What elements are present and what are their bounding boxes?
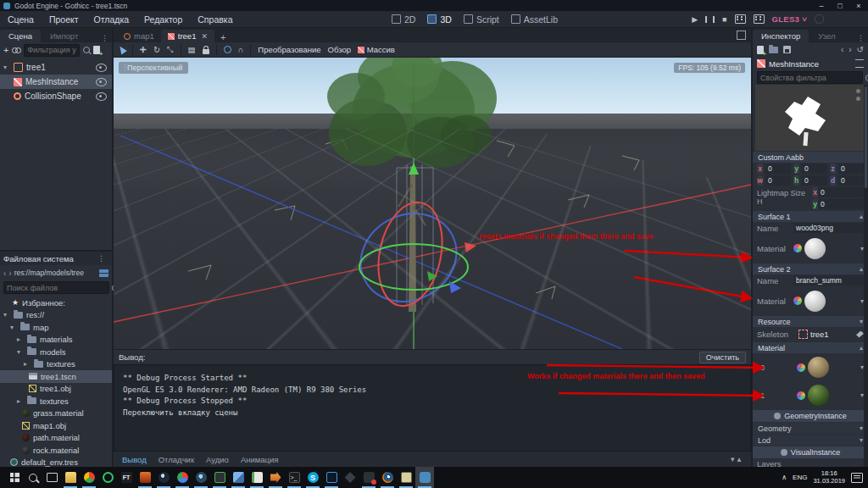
nav-forward-icon[interactable]: › [8,269,11,278]
clear-skeleton-icon[interactable] [856,331,864,338]
menu-project[interactable]: Проект [42,14,86,25]
save-resource-icon[interactable] [783,46,791,53]
fs-grass-material[interactable]: grass.material [0,408,112,420]
taskbar-chrome[interactable] [80,467,98,488]
new-scene-tab-button[interactable]: + [214,32,231,42]
transform-menu[interactable]: Преобразование [258,45,320,54]
section-material[interactable]: Material [758,344,785,352]
taskbar-blender[interactable] [378,467,397,488]
scene-tab-tree1[interactable]: tree1 ✕ [161,30,214,42]
close-button[interactable]: × [849,2,868,10]
taskbar-utility[interactable] [341,467,359,488]
fs-res-root[interactable]: ▾res:// [0,309,112,322]
fs-path-material[interactable]: path.material [0,432,112,445]
play-scene-button[interactable] [735,14,746,24]
scene-node-meshinstance[interactable]: MeshInstance [0,75,112,89]
file-search-input[interactable] [3,281,109,294]
new-resource-icon[interactable] [757,46,764,54]
close-tab-icon[interactable]: ✕ [201,32,208,41]
tab-audio[interactable]: Аудио [206,455,229,464]
visibility-toggle-icon[interactable] [96,78,107,86]
add-node-button[interactable]: + [3,46,8,54]
node-filter-input[interactable] [24,44,80,57]
taskbar-steam-chat[interactable] [192,467,210,488]
visibility-toggle-icon[interactable] [96,92,107,101]
minimize-button[interactable]: – [812,2,831,10]
taskbar-game[interactable] [136,467,154,488]
filesystem-menu-icon[interactable]: ⋮ [94,254,108,263]
renderer-dropdown[interactable]: GLES3 ˅ [772,14,807,24]
distraction-free-icon[interactable] [737,30,746,40]
tab-node[interactable]: Узел [810,30,843,42]
taskbar-photoshop[interactable] [322,467,341,488]
pause-button[interactable] [705,16,715,23]
section-custom-aabb[interactable]: Custom Aabb [758,153,804,162]
mode-assetlib[interactable]: AssetLib [511,14,558,25]
attach-script-button[interactable] [93,46,100,54]
property-filter-input[interactable] [757,71,863,84]
tab-animation[interactable]: Анимация [241,455,279,464]
section-surface1[interactable]: Surface 1 [758,213,791,221]
fs-models[interactable]: ▾models [0,346,112,358]
preview-light-icon[interactable] [856,89,860,93]
fs-map1-obj[interactable]: map1.obj [0,419,112,432]
split-view-icon[interactable] [99,269,108,277]
array-menu[interactable]: Массив [358,45,395,54]
taskbar-terminal[interactable]: >_ [285,467,303,488]
list-select-icon[interactable]: ▤ [188,45,196,54]
surface2-material-sphere[interactable] [804,291,826,312]
tray-expand-icon[interactable]: ∧ [782,474,787,481]
scene-panel-menu-icon[interactable]: ⋮ [97,34,112,42]
aabb-h-value[interactable]: 0 [802,175,827,186]
instance-scene-button[interactable] [12,47,20,53]
fs-rock-material[interactable]: rock.material [0,444,112,457]
snap-icon[interactable]: ∩ [238,45,244,54]
material-slot1-sphere[interactable] [808,385,829,406]
mode-script[interactable]: Script [464,14,499,25]
maximize-button[interactable]: □ [831,2,849,10]
rotate-tool-icon[interactable]: ↻ [153,45,160,54]
taskbar-search[interactable] [24,467,42,488]
move-tool-icon[interactable]: ✛ [140,45,147,54]
select-tool-icon[interactable] [117,45,127,55]
preview-wireframe-icon[interactable] [856,97,860,101]
section-geometry[interactable]: Geometry [758,424,792,433]
taskbar-steam[interactable] [154,467,173,488]
start-button[interactable] [5,467,24,488]
mode-3d[interactable]: 3D [427,14,451,25]
inspector-scrollbar[interactable] [864,85,868,467]
scene-node-tree1[interactable]: ▾ tree1 [0,60,112,75]
section-surface2[interactable]: Surface 2 [758,265,791,274]
menu-editor[interactable]: Редактор [136,14,190,25]
tab-output[interactable]: Вывод [122,455,147,464]
surface2-name-value[interactable]: branch_summ [793,275,864,286]
surface1-name-value[interactable]: wood03png [793,223,864,233]
material-slot0-sphere[interactable] [808,357,829,378]
surface1-material-sphere[interactable] [804,238,826,259]
taskbar-notes[interactable] [397,467,415,488]
scene-tab-map1[interactable]: map1 [117,30,161,42]
aabb-w-value[interactable]: 0 [765,175,791,186]
tab-import[interactable]: Импорт [42,30,86,42]
history-forward-icon[interactable]: › [849,45,851,54]
aabb-x-value[interactable]: 0 [765,164,791,174]
menu-scene[interactable]: Сцена [0,14,42,25]
taskbar-notepad[interactable] [248,467,266,488]
fs-textures[interactable]: ▸textures [0,395,112,408]
fs-tree1-tscn[interactable]: tree1.tscn [0,370,112,383]
taskbar-browser-profile[interactable] [173,467,192,488]
section-lod[interactable]: Lod [758,436,771,445]
skeleton-value[interactable]: tree1 [810,330,829,339]
section-resource[interactable]: Resource [758,318,791,326]
menu-help[interactable]: Справка [190,14,240,25]
aabb-z-value[interactable]: 0 [838,164,864,174]
fs-materials[interactable]: ▸materials [0,334,112,347]
fs-models-textures[interactable]: ▸textures [0,358,112,371]
viewport-3d[interactable]: Перспективный FPS: 105 (9.52 ms) [114,58,751,349]
lock-icon[interactable] [203,49,209,54]
mode-2d[interactable]: 2D [392,14,415,25]
lightmap-x-value[interactable]: 0 [818,187,864,197]
taskbar-file-explorer[interactable] [61,467,80,488]
menu-debug[interactable]: Отладка [86,14,137,25]
language-indicator[interactable]: ENG [793,474,807,481]
